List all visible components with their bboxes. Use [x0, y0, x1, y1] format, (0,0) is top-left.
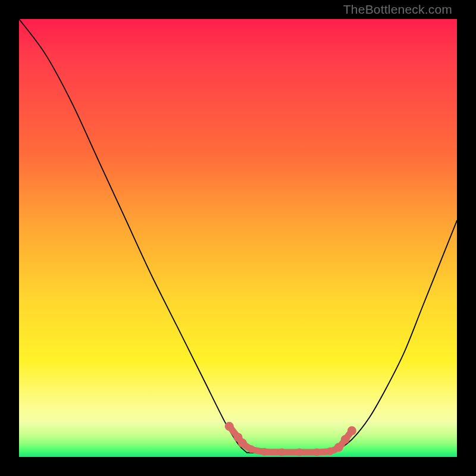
bottleneck-marker-dot	[334, 443, 343, 452]
bottleneck-marker-dot	[296, 448, 303, 456]
bottleneck-marker-dot	[278, 448, 286, 456]
bottleneck-marker-dot	[248, 445, 255, 453]
chart-frame	[19, 19, 457, 457]
bottleneck-marker-dot	[347, 426, 356, 435]
bottleneck-marker-dot	[326, 447, 334, 455]
bottleneck-marker-dot	[341, 435, 350, 444]
curve-left	[19, 19, 247, 453]
bottleneck-marker-dot	[225, 422, 234, 431]
plot-area	[19, 19, 457, 457]
bottleneck-marker-dot	[238, 439, 247, 447]
curve-right	[334, 221, 457, 453]
chart-svg	[19, 19, 457, 457]
watermark-text: TheBottleneck.com	[343, 2, 452, 17]
bottleneck-marker-dot	[261, 448, 268, 456]
bottleneck-marker-dot	[313, 448, 321, 456]
